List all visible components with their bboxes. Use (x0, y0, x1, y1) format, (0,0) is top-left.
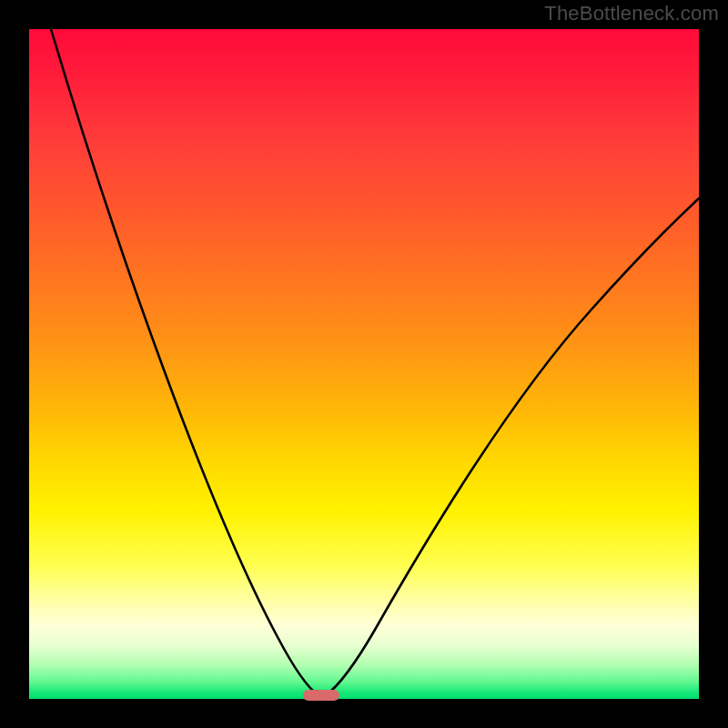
chart-frame: TheBottleneck.com (0, 0, 728, 728)
watermark-text: TheBottleneck.com (544, 2, 719, 25)
curve-right (326, 198, 699, 695)
bottleneck-curve (0, 0, 728, 728)
optimal-marker (303, 690, 339, 701)
curve-left (51, 29, 318, 695)
